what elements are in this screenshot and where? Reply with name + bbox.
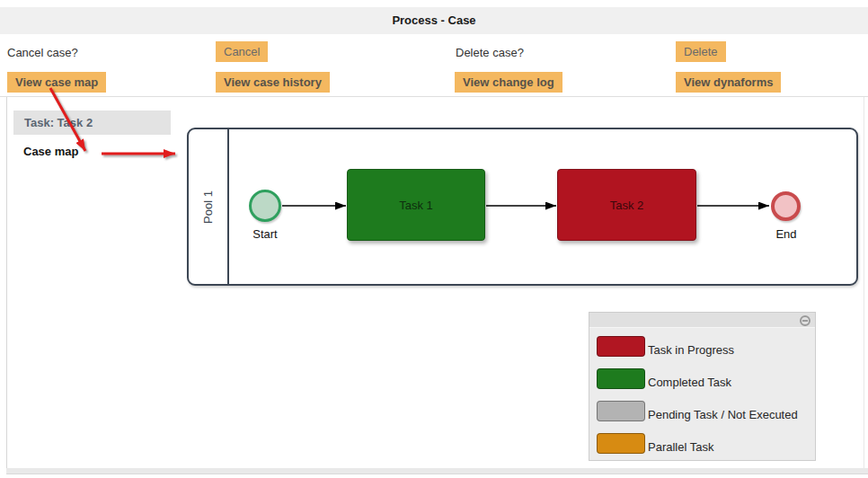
view-dynaforms-button[interactable]: View dynaforms: [676, 72, 781, 93]
delete-button[interactable]: Delete: [676, 41, 726, 62]
legend-swatch-orange: [597, 433, 645, 454]
view-case-map-button[interactable]: View case map: [7, 72, 106, 93]
legend-label: Completed Task: [648, 376, 731, 389]
end-event-circle: [771, 191, 801, 221]
legend-panel: Task in Progress Completed Task Pending …: [589, 312, 816, 461]
legend-swatch-red: [597, 336, 645, 357]
cancel-case-question: Cancel case?: [7, 46, 78, 59]
start-event-label: Start: [236, 227, 294, 241]
legend-label: Parallel Task: [648, 440, 713, 454]
content-top-divider: [0, 96, 868, 97]
lane-divider: [227, 129, 229, 284]
sequence-flow-arrows: [189, 129, 856, 284]
minus-circle-icon[interactable]: [800, 315, 810, 326]
task-1-shape: Task 1: [347, 169, 485, 241]
content-bottom-bar: [6, 468, 868, 474]
legend-item-task-in-progress: Task in Progress: [597, 336, 734, 357]
content-right-border: [864, 97, 864, 468]
sidebar-item-case-map[interactable]: Case map: [23, 145, 78, 158]
delete-case-question: Delete case?: [456, 46, 524, 59]
pool-label: Pool 1: [201, 190, 215, 224]
legend-label: Task in Progress: [648, 343, 734, 357]
legend-item-completed-task: Completed Task: [597, 368, 731, 389]
cancel-button[interactable]: Cancel: [216, 41, 268, 62]
process-pool: Pool 1 Start Task 1 Task 2 End: [187, 128, 858, 286]
legend-label: Pending Task / Not Executed: [648, 408, 798, 421]
view-change-log-button[interactable]: View change log: [455, 72, 562, 93]
legend-header: [589, 313, 815, 328]
content-left-border: [6, 97, 7, 468]
sidebar-task-header: Task: Task 2: [13, 111, 171, 135]
task-2-shape: Task 2: [557, 169, 696, 241]
legend-swatch-green: [597, 368, 645, 389]
legend-item-pending-task: Pending Task / Not Executed: [597, 401, 798, 421]
page-title: Process - Case: [0, 7, 868, 34]
pool-lane-header: Pool 1: [189, 129, 227, 284]
start-event-circle: [249, 190, 281, 222]
end-event-label: End: [757, 227, 815, 241]
legend-swatch-gray: [597, 401, 645, 421]
legend-item-parallel-task: Parallel Task: [597, 433, 713, 454]
view-case-history-button[interactable]: View case history: [216, 72, 330, 93]
